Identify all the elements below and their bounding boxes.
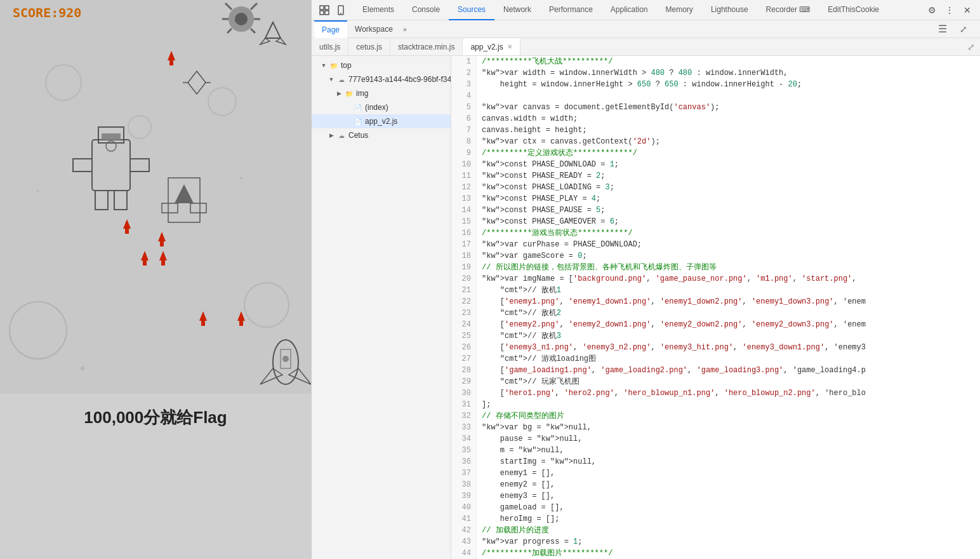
code-content: // 所以图片的链接，包括背景图、各种飞机和飞机爆炸图、子弹图等 <box>477 262 722 273</box>
mobile-icon[interactable] <box>333 3 348 18</box>
source-tab-page[interactable]: Page <box>314 20 347 38</box>
tab-console[interactable]: Console <box>403 0 449 20</box>
source-tab-workspace[interactable]: Workspace <box>347 20 401 38</box>
more-options-icon[interactable]: ⋮ <box>942 3 957 18</box>
line-number: 14 <box>451 205 477 216</box>
svg-rect-18 <box>114 191 127 210</box>
code-content: /**********游戏当前状态***********/ <box>477 227 638 239</box>
svg-rect-23 <box>162 203 178 213</box>
code-content: /**********加载图片**********/ <box>477 548 618 559</box>
cloud-icon: ☁ <box>337 75 346 84</box>
file-index-icon <box>342 103 351 112</box>
line-number: 32 <box>451 410 477 422</box>
svg-rect-13 <box>92 140 130 191</box>
svg-marker-37 <box>168 51 175 60</box>
line-number: 11 <box>451 170 477 182</box>
code-content: enemy2 = [], <box>477 479 560 490</box>
file-tab-appv2[interactable]: app_v2.js ✕ <box>463 38 520 56</box>
tree-item-top[interactable]: ▼ 📁 top <box>312 58 451 72</box>
file-tab-utils[interactable]: utils.js <box>312 38 348 56</box>
svg-rect-53 <box>320 6 324 10</box>
code-row: 22 ['enemy1.png', 'enemy1_down1.png', 'e… <box>451 296 980 307</box>
code-row: 7canvas.height = height; <box>451 125 980 136</box>
line-number: 44 <box>451 548 477 559</box>
file-tabs-row: utils.js cetus.js stacktrace.min.js app_… <box>312 38 980 56</box>
code-row: 9/*********定义游戏状态*************/ <box>451 147 980 159</box>
code-content: canvas.width = width; <box>477 113 583 125</box>
code-content: ['hero1.png', 'hero2.png', 'hero_blowup_… <box>477 387 871 399</box>
source-nav-menu-icon[interactable]: ☰ <box>933 23 952 35</box>
close-devtools-icon[interactable]: ✕ <box>960 3 975 18</box>
code-viewer[interactable]: 1/**********飞机大战**********/2"kw">var wid… <box>451 56 980 559</box>
line-number: 30 <box>451 387 477 399</box>
tree-item-cetus[interactable]: ▶ ☁ Cetus <box>312 128 451 142</box>
svg-point-52 <box>37 189 39 192</box>
svg-rect-34 <box>201 321 205 326</box>
line-number: 38 <box>451 479 477 490</box>
file-tab-cetus[interactable]: cetus.js <box>348 38 390 56</box>
code-content: // 存储不同类型的图片 <box>477 410 569 422</box>
game-canvas[interactable]: SCORE:920 <box>0 0 311 394</box>
code-content: "kw">var ctx = canvas.getContext('2d'); <box>477 136 665 147</box>
code-content: gameLoad = [], <box>477 502 569 513</box>
code-content: enemy1 = [], <box>477 468 560 479</box>
code-row: 11"kw">const PHASE_READY = 2; <box>451 170 980 182</box>
file-tabs-expand-icon[interactable]: ⤢ <box>967 42 980 52</box>
code-row: 35 m = "kw">null, <box>451 445 980 456</box>
svg-point-51 <box>240 177 242 179</box>
line-number: 1 <box>451 56 477 67</box>
tab-memory[interactable]: Memory <box>657 0 702 20</box>
tree-item-index[interactable]: 📄 (index) <box>312 100 451 114</box>
svg-marker-25 <box>123 219 131 229</box>
source-nav-more[interactable]: » <box>401 25 409 33</box>
line-number: 3 <box>451 79 477 90</box>
code-content: ['enemy2.png', 'enemy2_down1.png', 'enem… <box>477 319 871 330</box>
tab-sources[interactable]: Sources <box>449 0 494 20</box>
svg-rect-38 <box>169 60 173 65</box>
tab-recorder[interactable]: Recorder ⌨ <box>757 0 819 20</box>
tab-lighthouse[interactable]: Lighthouse <box>702 0 757 20</box>
svg-rect-55 <box>320 11 324 15</box>
tab-editthiscookie[interactable]: EditThisCookie <box>819 0 888 20</box>
code-content: "cmt">// 玩家飞机图 <box>477 376 585 387</box>
code-content: /*********定义游戏状态*************/ <box>477 147 642 159</box>
svg-rect-30 <box>143 260 147 266</box>
svg-line-11 <box>251 29 255 33</box>
inspect-icon[interactable] <box>317 3 332 18</box>
code-row: 26 ['enemy3_n1.png', 'enemy3_n2.png', 'e… <box>451 342 980 353</box>
code-content: "cmt">// 敌机3 <box>477 330 566 342</box>
code-row: 28 ['game_loading1.png', 'game_loading2.… <box>451 365 980 376</box>
svg-point-50 <box>81 367 84 370</box>
line-number: 18 <box>451 250 477 262</box>
code-content <box>477 90 487 102</box>
code-row: 36 startImg = "kw">null, <box>451 456 980 468</box>
code-row: 3 height = window.innerHeight > 650 ? 65… <box>451 79 980 90</box>
tab-network[interactable]: Network <box>494 0 540 20</box>
code-row: 6canvas.width = width; <box>451 113 980 125</box>
line-number: 22 <box>451 296 477 307</box>
tree-item-appv2[interactable]: 📄 app_v2.js <box>312 114 451 128</box>
code-content: "kw">var canvas = document.getElementByI… <box>477 102 724 113</box>
tab-application[interactable]: Application <box>602 0 657 20</box>
file-tab-stacktrace[interactable]: stacktrace.min.js <box>390 38 463 56</box>
settings-icon[interactable]: ⚙ <box>924 3 939 18</box>
code-content: startImg = "kw">null, <box>477 456 601 468</box>
code-row: 25 "cmt">// 敌机3 <box>451 330 980 342</box>
code-row: 5"kw">var canvas = document.getElementBy… <box>451 102 980 113</box>
source-nav-expand-icon[interactable]: ⤢ <box>955 24 972 34</box>
devtools-right-actions: ⚙ ⋮ ✕ <box>924 3 980 18</box>
code-content: "kw">var width = window.innerWidth > 480… <box>477 67 793 79</box>
svg-line-6 <box>225 3 232 10</box>
tab-performance[interactable]: Performance <box>540 0 602 20</box>
code-content: "kw">var imgName = ['background.png', 'g… <box>477 273 862 285</box>
code-content: // 加载图片的进度 <box>477 525 554 536</box>
tree-item-img[interactable]: ▶ 📁 img <box>312 86 451 100</box>
file-tab-close-icon[interactable]: ✕ <box>507 43 512 50</box>
code-row: 16/**********游戏当前状态***********/ <box>451 227 980 239</box>
tree-item-cloud[interactable]: ▼ ☁ 777e9143-a144-4bc9-96bf-f34272 <box>312 72 451 86</box>
code-row: 40 gameLoad = [], <box>451 502 980 513</box>
code-content: "kw">const PHASE_DOWNLOAD = 1; <box>477 159 624 170</box>
tab-elements[interactable]: Elements <box>354 0 403 20</box>
code-content: "kw">const PHASE_PAUSE = 5; <box>477 205 610 216</box>
svg-point-3 <box>208 88 236 116</box>
